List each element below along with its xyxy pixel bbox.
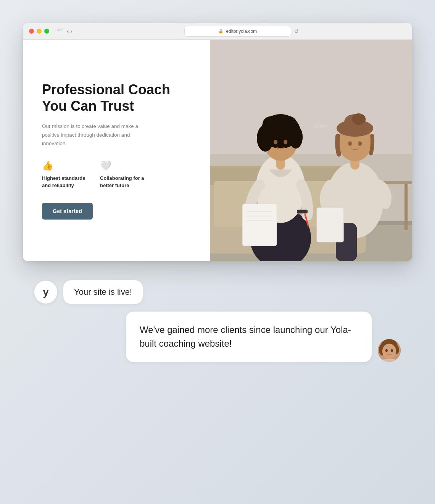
testimonial-bubble: We've gained more clients since launchin… [126, 312, 372, 362]
feature-item-2: 🤍 Collaborating for a better future [100, 160, 146, 189]
lock-icon: 🔒 [218, 29, 224, 34]
url-text: editor.yola.com [226, 29, 257, 34]
coaching-scene-svg: ©iStock ©iStock [210, 40, 412, 261]
website-content: Professional Coach You Can Trust Our mis… [23, 40, 412, 261]
yola-avatar-letter: y [43, 286, 49, 298]
svg-point-36 [352, 113, 366, 125]
minimize-button[interactable] [37, 29, 42, 34]
svg-rect-1 [210, 40, 412, 154]
feature-item-1: 👍 Highest standards and reliability [42, 160, 88, 189]
svg-rect-29 [297, 210, 308, 213]
forward-arrow[interactable]: › [70, 28, 72, 35]
bubble1-text: Your site is live! [74, 287, 132, 297]
svg-point-23 [284, 140, 287, 144]
user-avatar [378, 339, 401, 362]
close-button[interactable] [29, 29, 34, 34]
sidebar-toggle-icon[interactable] [57, 29, 64, 34]
chat-section: y Your site is live! We've gained more c… [23, 261, 412, 377]
svg-text:©iStock: ©iStock [313, 124, 328, 128]
yola-avatar: y [34, 281, 57, 304]
svg-point-22 [274, 140, 277, 144]
chat-bubble-left: y Your site is live! [34, 280, 143, 304]
svg-point-37 [348, 141, 352, 146]
user-avatar-svg [378, 339, 401, 362]
feature-1-label: Highest standards and reliability [42, 175, 88, 189]
svg-rect-39 [317, 208, 343, 242]
nav-arrows: ‹ › [67, 28, 72, 35]
svg-point-20 [263, 116, 282, 131]
hero-description: Our mission is to create value and make … [42, 122, 149, 149]
svg-rect-24 [242, 204, 277, 246]
address-bar-container: 🔒 editor.yola.com ↺ [77, 26, 406, 37]
thumbs-up-icon: 👍 [42, 160, 88, 171]
get-started-button[interactable]: Get started [42, 203, 93, 220]
hero-title: Professional Coach You Can Trust [42, 81, 191, 114]
hero-image-panel: ©iStock ©iStock [210, 40, 412, 261]
svg-point-21 [280, 116, 296, 130]
feature-icons-row: 👍 Highest standards and reliability 🤍 Co… [42, 160, 191, 189]
browser-window: ‹ › 🔒 editor.yola.com ↺ Professional Coa… [23, 23, 412, 261]
live-notification-bubble: Your site is live! [63, 280, 143, 304]
feature-2-label: Collaborating for a better future [100, 175, 146, 189]
browser-titlebar: ‹ › 🔒 editor.yola.com ↺ [23, 23, 412, 40]
back-arrow[interactable]: ‹ [67, 28, 69, 35]
bubble2-text: We've gained more clients since launchin… [140, 325, 351, 349]
traffic-lights [29, 29, 49, 34]
heart-icon: 🤍 [100, 160, 146, 171]
reload-button[interactable]: ↺ [294, 28, 299, 34]
svg-point-48 [391, 349, 393, 352]
maximize-button[interactable] [44, 29, 49, 34]
chat-bubble-right: We've gained more clients since launchin… [126, 312, 401, 362]
svg-point-46 [382, 344, 396, 359]
hero-left-panel: Professional Coach You Can Trust Our mis… [23, 40, 210, 261]
address-bar[interactable]: 🔒 editor.yola.com [184, 26, 291, 37]
svg-point-47 [385, 349, 388, 352]
svg-point-38 [358, 141, 362, 146]
browser-controls: ‹ › [57, 28, 72, 35]
svg-rect-11 [404, 184, 408, 230]
